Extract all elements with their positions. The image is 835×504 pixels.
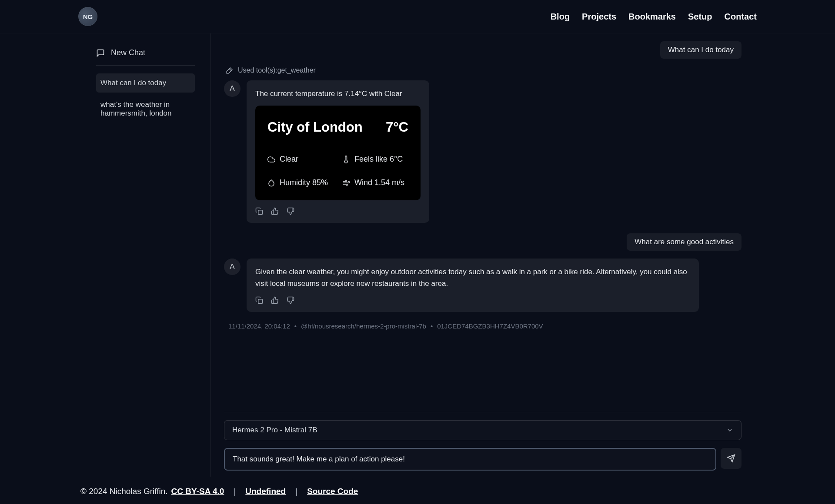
nav-blog[interactable]: Blog [551, 12, 570, 22]
message-actions [255, 296, 690, 304]
new-chat-button[interactable]: New Chat [96, 44, 195, 66]
weather-condition-text: Clear [280, 153, 298, 166]
header: NG Blog Projects Bookmarks Setup Contact [0, 0, 835, 33]
meta-id: 01JCED74BGZB3HH7Z4VB0R700V [437, 322, 543, 330]
sidebar-item-1[interactable]: what's the weather in hammersmith, londo… [96, 95, 195, 123]
assistant-avatar: A [224, 259, 240, 275]
send-icon [727, 454, 735, 463]
tool-use-label: Used tool(s):get_weather [226, 66, 741, 74]
assistant-message: A Given the clear weather, you might enj… [224, 259, 741, 312]
assistant-text: The current temperature is 7.14°C with C… [255, 88, 421, 99]
meta-model: @hf/nousresearch/hermes-2-pro-mistral-7b [301, 322, 426, 330]
thumbs-up-button[interactable] [271, 207, 279, 215]
footer: © 2024 Nicholas Griffin. CC BY-SA 4.0 | … [0, 479, 835, 504]
droplet-icon [267, 179, 275, 187]
thumbs-up-button[interactable] [271, 296, 279, 304]
svg-rect-1 [258, 299, 263, 304]
footer-separator: | [234, 487, 236, 496]
weather-humidity: Humidity 85% [267, 177, 334, 189]
footer-separator: | [295, 487, 297, 496]
weather-header: City of London 7°C [267, 117, 408, 138]
nav-setup[interactable]: Setup [688, 12, 712, 22]
footer-source-link[interactable]: Source Code [307, 487, 358, 496]
model-select[interactable]: Hermes 2 Pro - Mistral 7B [224, 420, 741, 440]
nav-contact[interactable]: Contact [725, 12, 757, 22]
weather-condition: Clear [267, 153, 334, 166]
nav: Blog Projects Bookmarks Setup Contact [551, 12, 757, 22]
avatar-label: A [230, 262, 234, 271]
meta-timestamp: 11/11/2024, 20:04:12 [228, 322, 290, 330]
weather-city: City of London [267, 117, 363, 138]
weather-wind-text: Wind 1.54 m/s [354, 177, 404, 189]
copy-button[interactable] [255, 207, 263, 215]
sidebar: New Chat What can I do today what's the … [80, 33, 211, 477]
input-row [224, 448, 741, 471]
nav-bookmarks[interactable]: Bookmarks [628, 12, 676, 22]
meta-separator: • [431, 322, 433, 330]
logo-text: NG [83, 13, 93, 20]
svg-rect-0 [258, 210, 263, 215]
chevron-down-icon [726, 427, 733, 434]
avatar-label: A [230, 84, 234, 93]
send-button[interactable] [721, 448, 741, 469]
user-bubble: What can I do today [660, 41, 741, 59]
input-area: Hermes 2 Pro - Mistral 7B [224, 412, 741, 477]
assistant-message: A The current temperature is 7.14°C with… [224, 80, 741, 223]
message-meta: 11/11/2024, 20:04:12 • @hf/nousresearch/… [228, 322, 741, 330]
weather-humidity-text: Humidity 85% [280, 177, 328, 189]
chat-area: What can I do today Used tool(s):get_wea… [211, 33, 755, 477]
sidebar-item-label: what's the weather in hammersmith, londo… [100, 100, 171, 117]
new-chat-label: New Chat [111, 48, 145, 57]
footer-undefined-link[interactable]: Undefined [245, 487, 286, 496]
nav-projects[interactable]: Projects [582, 12, 616, 22]
assistant-bubble: The current temperature is 7.14°C with C… [247, 80, 429, 223]
meta-separator: • [294, 322, 297, 330]
weather-stats: Clear Feels like 6°C [267, 153, 408, 189]
wind-icon [342, 179, 350, 187]
assistant-text: Given the clear weather, you might enjoy… [255, 266, 690, 289]
assistant-bubble: Given the clear weather, you might enjoy… [247, 259, 699, 312]
weather-wind: Wind 1.54 m/s [342, 177, 408, 189]
weather-feels-like: Feels like 6°C [342, 153, 408, 166]
copy-button[interactable] [255, 296, 263, 304]
logo[interactable]: NG [78, 7, 97, 26]
model-label: Hermes 2 Pro - Mistral 7B [232, 426, 317, 434]
footer-license-link[interactable]: CC BY-SA 4.0 [171, 487, 224, 496]
sidebar-item-0[interactable]: What can I do today [96, 73, 195, 93]
footer-copyright: © 2024 Nicholas Griffin. [80, 487, 168, 496]
tool-use-text: Used tool(s):get_weather [238, 66, 316, 74]
weather-card: City of London 7°C Clear [255, 106, 421, 200]
weather-feels-like-text: Feels like 6°C [354, 153, 403, 166]
thumbs-down-button[interactable] [287, 207, 294, 215]
chat-icon [96, 49, 105, 57]
hammer-icon [226, 66, 234, 74]
user-bubble: What are some good activities [627, 233, 741, 251]
sidebar-item-label: What can I do today [100, 79, 166, 87]
message-actions [255, 207, 421, 215]
messages: What can I do today Used tool(s):get_wea… [224, 41, 741, 412]
user-message: What can I do today [224, 41, 741, 59]
weather-temp: 7°C [386, 117, 408, 138]
user-message: What are some good activities [224, 233, 741, 251]
thumbs-down-button[interactable] [287, 296, 294, 304]
message-input[interactable] [224, 448, 716, 471]
main: New Chat What can I do today what's the … [0, 33, 835, 477]
cloud-icon [267, 156, 275, 163]
assistant-avatar: A [224, 80, 240, 97]
thermometer-icon [342, 156, 350, 163]
